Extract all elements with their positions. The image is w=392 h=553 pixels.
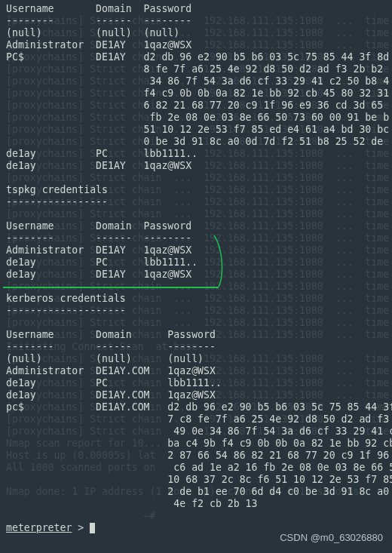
cursor-icon [90,523,95,533]
credential-dump-output: Username Domain Password -------- ------… [6,3,386,522]
watermark-label: CSDN @m0_63026880 [280,532,383,544]
prompt-label: meterpreter [6,522,72,533]
prompt-separator: > [72,522,90,533]
terminal-output: Username Domain Password -------- ------… [0,0,392,537]
annotation-underline [3,287,219,288]
